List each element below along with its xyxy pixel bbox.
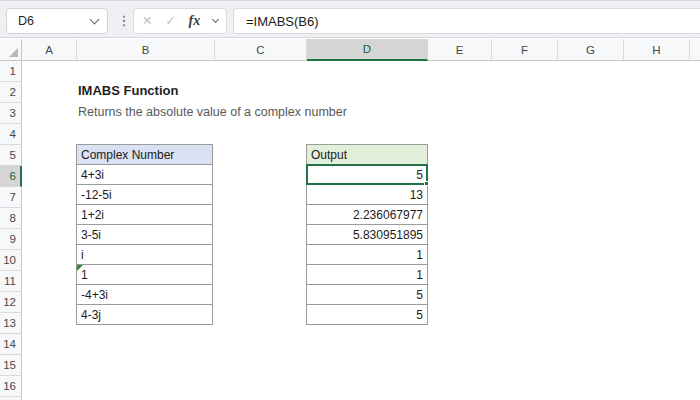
cell-text: Output bbox=[311, 148, 347, 162]
cell-D5[interactable]: Output bbox=[306, 144, 428, 165]
cell-B12[interactable]: -4+3i bbox=[76, 284, 213, 305]
name-box[interactable]: D6 bbox=[6, 8, 108, 34]
cell-D13[interactable]: 5 bbox=[306, 304, 428, 325]
chevron-down-icon[interactable] bbox=[90, 14, 100, 24]
row-header-15[interactable]: 15 bbox=[0, 355, 22, 376]
output-table: Output5132.2360679775.8309518951155 bbox=[306, 144, 428, 325]
column-header-F[interactable]: F bbox=[492, 39, 558, 61]
cell-text: 5.830951895 bbox=[353, 228, 423, 242]
cell-text: 5 bbox=[416, 168, 423, 182]
cell-text: Complex Number bbox=[81, 148, 174, 162]
cell-B5[interactable]: Complex Number bbox=[76, 144, 213, 165]
formula-input[interactable]: =IMABS(B6) bbox=[233, 8, 700, 34]
formula-bar-handle-icon: ⋮ bbox=[118, 1, 130, 39]
cell-text: 1 bbox=[416, 248, 423, 262]
cell-B6[interactable]: 4+3i bbox=[76, 164, 213, 185]
cell-text: 3-5i bbox=[81, 228, 101, 242]
cell-text: 5 bbox=[416, 308, 423, 322]
excel-app: D6 ⋮ ✕ ✓ fx =IMABS(B6) ABCDEFGH 12345678… bbox=[0, 0, 700, 400]
cell-D9[interactable]: 5.830951895 bbox=[306, 224, 428, 245]
row-header-10[interactable]: 10 bbox=[0, 250, 22, 271]
column-header-D[interactable]: D bbox=[307, 39, 428, 61]
cell-text: 2.236067977 bbox=[353, 208, 423, 222]
row-header-4[interactable]: 4 bbox=[0, 124, 22, 145]
cell-text: -12-5i bbox=[81, 188, 112, 202]
insert-function-fx-icon[interactable]: fx bbox=[189, 14, 201, 28]
row-header-16[interactable]: 16 bbox=[0, 376, 22, 397]
fill-handle[interactable] bbox=[424, 181, 429, 186]
row-header-1[interactable]: 1 bbox=[0, 61, 22, 82]
enter-icon[interactable]: ✓ bbox=[165, 15, 175, 28]
column-header-H[interactable]: H bbox=[624, 39, 690, 61]
error-indicator-icon bbox=[77, 265, 83, 271]
cell-B7[interactable]: -12-5i bbox=[76, 184, 213, 205]
formula-buttons: ✕ ✓ fx bbox=[133, 8, 227, 34]
cell-B8[interactable]: 1+2i bbox=[76, 204, 213, 225]
row-header-12[interactable]: 12 bbox=[0, 292, 22, 313]
column-header-G[interactable]: G bbox=[558, 39, 624, 61]
cell-D6[interactable]: 5 bbox=[306, 164, 428, 185]
row-header-14[interactable]: 14 bbox=[0, 334, 22, 355]
chevron-down-icon[interactable] bbox=[212, 15, 219, 22]
cell-text: 1+2i bbox=[81, 208, 104, 222]
column-header-partial bbox=[690, 39, 700, 61]
select-all-corner[interactable] bbox=[0, 39, 22, 61]
input-table: Complex Number4+3i-12-5i1+2i3-5ii1-4+3i4… bbox=[76, 144, 213, 325]
column-header-B[interactable]: B bbox=[77, 39, 215, 61]
cell-B9[interactable]: 3-5i bbox=[76, 224, 213, 245]
cell-text: -4+3i bbox=[81, 288, 108, 302]
row-header-7[interactable]: 7 bbox=[0, 187, 22, 208]
cell-text: 1 bbox=[416, 268, 423, 282]
formula-bar: D6 ⋮ ✕ ✓ fx =IMABS(B6) bbox=[0, 0, 700, 38]
row-header-11[interactable]: 11 bbox=[0, 271, 22, 292]
cell-D8[interactable]: 2.236067977 bbox=[306, 204, 428, 225]
cell-D7[interactable]: 13 bbox=[306, 184, 428, 205]
row-header-9[interactable]: 9 bbox=[0, 229, 22, 250]
cell-text: 4-3j bbox=[81, 308, 101, 322]
column-header-E[interactable]: E bbox=[428, 39, 492, 61]
title-cell[interactable]: IMABS Function bbox=[78, 83, 178, 98]
row-header-6[interactable]: 6 bbox=[0, 166, 22, 187]
row-header-8[interactable]: 8 bbox=[0, 208, 22, 229]
cancel-icon[interactable]: ✕ bbox=[142, 15, 152, 28]
name-box-value: D6 bbox=[18, 14, 91, 28]
cell-text: 13 bbox=[410, 188, 423, 202]
cell-D12[interactable]: 5 bbox=[306, 284, 428, 305]
cell-B13[interactable]: 4-3j bbox=[76, 304, 213, 325]
subtitle-cell[interactable]: Returns the absolute value of a complex … bbox=[78, 105, 347, 119]
row-headers: 1234567891011121314151617 bbox=[0, 61, 22, 400]
cell-text: 5 bbox=[416, 288, 423, 302]
cell-B11[interactable]: 1 bbox=[76, 264, 213, 285]
cell-D11[interactable]: 1 bbox=[306, 264, 428, 285]
row-header-2[interactable]: 2 bbox=[0, 82, 22, 103]
row-header-5[interactable]: 5 bbox=[0, 145, 22, 166]
cell-D10[interactable]: 1 bbox=[306, 244, 428, 265]
cell-B10[interactable]: i bbox=[76, 244, 213, 265]
cell-text: i bbox=[81, 248, 84, 262]
column-header-A[interactable]: A bbox=[22, 39, 77, 61]
column-header-C[interactable]: C bbox=[215, 39, 307, 61]
cell-text: 4+3i bbox=[81, 168, 104, 182]
row-header-3[interactable]: 3 bbox=[0, 103, 22, 124]
row-header-13[interactable]: 13 bbox=[0, 313, 22, 334]
formula-text: =IMABS(B6) bbox=[246, 14, 319, 29]
column-headers: ABCDEFGH bbox=[0, 39, 700, 61]
